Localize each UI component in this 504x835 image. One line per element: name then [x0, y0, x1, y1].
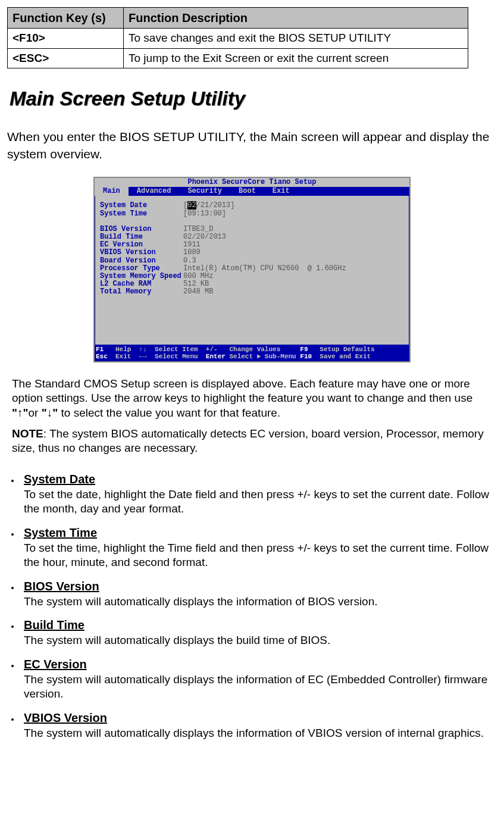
- paragraph-cmos: The Standard CMOS Setup screen is displa…: [12, 377, 497, 421]
- bios-label: VBIOS Version: [100, 249, 183, 257]
- table-header-row: Function Key (s) Function Description: [8, 8, 468, 29]
- bios-label: System Time: [100, 210, 183, 218]
- bios-value: [02/21/2013]: [183, 202, 234, 209]
- table-row: <ESC> To jump to the Exit Screen or exit…: [8, 48, 468, 68]
- intro-paragraph: When you enter the BIOS SETUP UTILITY, t…: [7, 129, 497, 162]
- field-title: System Time: [24, 526, 97, 539]
- desc-cell: To save changes and exit the BIOS SETUP …: [124, 29, 468, 49]
- field-title: EC Version: [24, 658, 87, 671]
- field-title: Build Time: [24, 618, 84, 631]
- bios-screenshot: Phoenix SecureCore Tiano Setup Main Adva…: [93, 177, 411, 362]
- bios-label: System Date: [100, 202, 183, 209]
- field-list: System Date To set the date, highlight t…: [7, 471, 497, 740]
- field-title: System Date: [24, 473, 95, 486]
- list-item: BIOS Version The system will automatical…: [20, 578, 497, 609]
- bios-value: 2048 MB: [183, 288, 213, 296]
- bios-footer: F1 Help ↑↓ Select Item +/- Change Values…: [95, 345, 409, 361]
- function-key-table: Function Key (s) Function Description <F…: [7, 7, 468, 68]
- header-desc: Function Description: [124, 8, 468, 29]
- bios-value: 1089: [183, 249, 201, 257]
- bios-body: System Date[02/21/2013] System Time[09:1…: [95, 196, 409, 345]
- bios-menu-exit: Exit: [264, 187, 298, 196]
- field-desc: The system will automatically displays t…: [24, 673, 487, 700]
- bios-menu-advanced: Advanced: [129, 187, 180, 196]
- bios-menu-boot: Boot: [230, 187, 264, 196]
- field-title: VBIOS Version: [24, 711, 107, 724]
- list-item: VBIOS Version The system will automatica…: [20, 710, 497, 740]
- bios-menu-main: Main: [95, 187, 129, 196]
- bios-label: Total Memory: [100, 288, 183, 296]
- table-row: <F10> To save changes and exit the BIOS …: [8, 29, 468, 49]
- bios-menu-security: Security: [179, 187, 230, 196]
- down-arrow-icon: "↓": [42, 406, 58, 419]
- header-key: Function Key (s): [8, 8, 124, 29]
- field-title: BIOS Version: [24, 580, 99, 593]
- bios-value: 0.3: [183, 257, 196, 265]
- bios-label: Board Version: [100, 257, 183, 265]
- bios-value: [09:13:00]: [183, 210, 226, 218]
- field-desc: The system will automatically displays t…: [24, 634, 330, 646]
- key-cell: <ESC>: [8, 48, 124, 68]
- note-label: NOTE: [12, 427, 43, 440]
- field-desc: The system will automatically displays t…: [24, 595, 378, 608]
- note-text: : The system BIOS automatically detects …: [12, 427, 484, 455]
- key-cell: <F10>: [8, 29, 124, 49]
- section-heading: Main Screen Setup Utility: [10, 86, 497, 112]
- up-arrow-icon: "↑": [12, 406, 29, 419]
- list-item: System Date To set the date, highlight t…: [20, 471, 497, 517]
- field-desc: To set the time, highlight the Time fiel…: [24, 542, 489, 569]
- bios-menu-bar: Main Advanced Security Boot Exit: [95, 187, 409, 196]
- list-item: System Time To set the time, highlight t…: [20, 525, 497, 570]
- paragraph-note: NOTE: The system BIOS automatically dete…: [12, 427, 497, 456]
- field-desc: The system will automatically displays t…: [24, 727, 484, 739]
- field-desc: To set the date, highlight the Date fiel…: [24, 488, 489, 515]
- bios-title: Phoenix SecureCore Tiano Setup: [95, 178, 409, 187]
- list-item: EC Version The system will automatically…: [20, 656, 497, 702]
- list-item: Build Time The system will automatically…: [20, 617, 497, 648]
- desc-cell: To jump to the Exit Screen or exit the c…: [124, 48, 468, 68]
